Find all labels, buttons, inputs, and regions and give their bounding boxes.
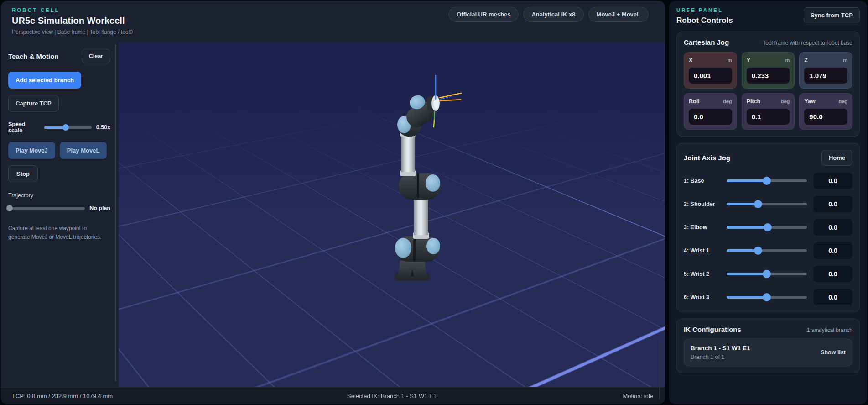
joint-thumb[interactable] xyxy=(754,200,762,208)
trajectory-slider[interactable] xyxy=(8,204,85,212)
app-header: ROBOT CELL UR5e Simulation Workcell Pers… xyxy=(1,1,665,42)
cartesian-field-y: Ym 0.233 xyxy=(742,52,795,89)
field-label: Yaw xyxy=(804,98,815,105)
field-unit: deg xyxy=(838,99,847,104)
roll-value-input[interactable]: 0.0 xyxy=(689,109,732,125)
ik-branch-subtitle: Branch 1 of 1 xyxy=(691,354,750,360)
joint-slider-elbow[interactable] xyxy=(727,223,807,231)
cartesian-field-x: Xm 0.001 xyxy=(684,52,737,89)
tcp-status: TCP: 0.8 mm / 232.9 mm / 1079.4 mm xyxy=(12,393,113,400)
robot-lower-arm xyxy=(413,193,429,239)
ik-branch-count: 1 analytical branch xyxy=(807,327,852,333)
joint-row-wrist1: 4: Wrist 1 0.0 xyxy=(684,242,852,259)
speed-scale-value: 0.50x xyxy=(96,124,110,131)
joint-value-elbow[interactable]: 0.0 xyxy=(813,219,852,236)
joint-label: 2: Shoulder xyxy=(684,201,727,207)
y-value-input[interactable]: 0.233 xyxy=(747,68,790,84)
sidebar-scrollbar[interactable] xyxy=(115,44,116,381)
trajectory-status: No plan xyxy=(89,205,110,211)
teach-motion-panel: Teach & Motion Clear Add selected branch… xyxy=(1,42,118,387)
viewport-3d[interactable] xyxy=(119,42,665,387)
joint-label: 5: Wrist 2 xyxy=(684,271,727,277)
joint-label: 1: Base xyxy=(684,178,727,184)
clear-button[interactable]: Clear xyxy=(82,49,110,63)
robot-upper-arm xyxy=(400,131,416,176)
joint-label: 4: Wrist 1 xyxy=(684,247,727,254)
field-unit: deg xyxy=(781,99,790,104)
home-button[interactable]: Home xyxy=(821,150,852,166)
x-value-input[interactable]: 0.001 xyxy=(689,68,732,84)
joint-jog-title: Joint Axis Jog xyxy=(684,154,730,162)
field-unit: m xyxy=(843,58,847,63)
joint-slider-wrist2[interactable] xyxy=(727,270,807,278)
speed-scale-thumb[interactable] xyxy=(62,124,69,131)
joint-value-wrist1[interactable]: 0.0 xyxy=(813,242,852,259)
joint-thumb[interactable] xyxy=(764,223,772,231)
field-label: Z xyxy=(804,57,808,63)
joint-row-base: 1: Base 0.0 xyxy=(684,173,852,189)
ur5e-robot-model xyxy=(119,42,665,387)
cartesian-field-z: Zm 1.079 xyxy=(799,52,852,89)
movej-movel-button[interactable]: MoveJ + MoveL xyxy=(588,7,649,22)
cartesian-jog-card: Cartesian Jog Tool frame with respect to… xyxy=(676,32,860,137)
joint-value-base[interactable]: 0.0 xyxy=(813,173,852,189)
official-ur-meshes-button[interactable]: Official UR meshes xyxy=(448,7,519,22)
joint-slider-wrist3[interactable] xyxy=(727,293,807,301)
capture-tcp-button[interactable]: Capture TCP xyxy=(8,95,59,112)
cartesian-jog-title: Cartesian Jog xyxy=(684,38,729,46)
ik-title: IK Configurations xyxy=(684,326,741,333)
teach-motion-title: Teach & Motion xyxy=(8,53,59,60)
speed-scale-slider[interactable] xyxy=(44,123,91,131)
joint-row-elbow: 3: Elbow 0.0 xyxy=(684,219,852,236)
trajectory-label: Trajectory xyxy=(8,192,110,199)
cartesian-field-yaw: Yawdeg 90.0 xyxy=(799,93,852,130)
ik-branch-item[interactable]: Branch 1 - S1 W1 E1 Branch 1 of 1 Show l… xyxy=(684,339,852,366)
show-list-button[interactable]: Show list xyxy=(821,349,846,356)
pitch-value-input[interactable]: 0.1 xyxy=(747,109,790,125)
field-unit: m xyxy=(785,58,790,63)
trajectory-hint: Capture at least one waypoint to generat… xyxy=(8,224,102,241)
field-label: Pitch xyxy=(747,98,761,105)
joint-label: 6: Wrist 3 xyxy=(684,294,727,300)
cartesian-field-pitch: Pitchdeg 0.1 xyxy=(742,93,795,130)
play-movej-button[interactable]: Play MoveJ xyxy=(8,142,55,159)
header-toggle-group: Official UR meshes Analytical IK x8 Move… xyxy=(448,7,649,22)
speed-scale-label: Speed scale xyxy=(8,121,40,134)
joint-thumb[interactable] xyxy=(763,270,771,278)
robot-controls-panel: UR5E PANEL Robot Controls Sync from TCP … xyxy=(669,1,867,404)
joint-value-shoulder[interactable]: 0.0 xyxy=(813,196,852,212)
analytical-ik-button[interactable]: Analytical IK x8 xyxy=(523,7,583,22)
robot-shoulder xyxy=(395,236,440,262)
joint-thumb[interactable] xyxy=(754,247,762,255)
field-label: Y xyxy=(747,57,750,63)
joint-row-wrist2: 5: Wrist 2 0.0 xyxy=(684,266,852,282)
robot-base xyxy=(395,261,430,281)
main-window: ROBOT CELL UR5e Simulation Workcell Pers… xyxy=(1,1,665,404)
field-unit: m xyxy=(728,58,732,63)
joint-row-shoulder: 2: Shoulder 0.0 xyxy=(684,196,852,212)
status-bar: TCP: 0.8 mm / 232.9 mm / 1079.4 mm Selec… xyxy=(1,387,665,404)
joint-slider-shoulder[interactable] xyxy=(727,200,807,208)
robot-wrist xyxy=(397,93,440,137)
joint-slider-base[interactable] xyxy=(727,177,807,185)
add-selected-branch-button[interactable]: Add selected branch xyxy=(8,72,81,89)
robot-elbow xyxy=(399,173,441,200)
trajectory-thumb[interactable] xyxy=(6,205,13,211)
ik-branch-title: Branch 1 - S1 W1 E1 xyxy=(691,345,750,352)
joint-value-wrist3[interactable]: 0.0 xyxy=(813,289,852,305)
play-movel-button[interactable]: Play MoveL xyxy=(60,142,107,159)
joint-slider-wrist1[interactable] xyxy=(727,247,807,255)
view-subtitle: Perspective view | Base frame | Tool fla… xyxy=(12,29,654,35)
sync-from-tcp-button[interactable]: Sync from TCP xyxy=(804,7,860,23)
joint-value-wrist2[interactable]: 0.0 xyxy=(813,266,852,282)
joint-thumb[interactable] xyxy=(763,177,771,185)
stop-button[interactable]: Stop xyxy=(8,165,38,182)
field-label: Roll xyxy=(689,98,700,105)
joint-thumb[interactable] xyxy=(763,293,771,301)
motion-status: Motion: idle xyxy=(623,393,653,400)
main-scrollbar[interactable] xyxy=(659,341,660,400)
yaw-value-input[interactable]: 90.0 xyxy=(804,109,847,125)
z-value-input[interactable]: 1.079 xyxy=(804,68,847,84)
ik-configurations-card: IK Configurations 1 analytical branch Br… xyxy=(676,319,860,373)
joint-label: 3: Elbow xyxy=(684,224,727,231)
